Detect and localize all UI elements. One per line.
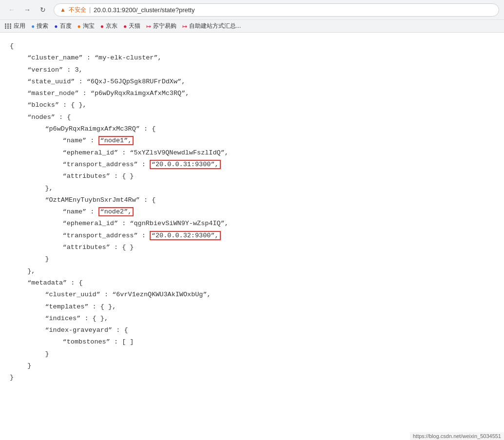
node1-id-line: “p6wDyRqxRaimgxAfxMc3RQ” : { <box>10 123 494 135</box>
index-graveyard-open: “index-graveyard” : { <box>10 325 494 336</box>
bookmark-taobao[interactable]: ● 淘宝 <box>78 22 95 30</box>
search-label: 搜索 <box>37 22 48 30</box>
baidu-icon: ● <box>54 23 58 30</box>
self-build-icon: ↦ <box>182 23 187 30</box>
master-node-value: p6wDyRqxRaimgxAfxMc3RQ <box>95 90 181 97</box>
node2-id-line: “OztAMEnyTuybnSxrJmt4Rw” : { <box>10 194 494 206</box>
self-build-label: 自助建站方式汇总... <box>189 22 241 30</box>
baidu-label: 百度 <box>60 22 72 30</box>
cluster-uuid-line: “cluster_uuid” : “6vrV1eznQKWU3AkIWOxbUg… <box>10 289 494 301</box>
node1-id-value: p6wDyRqxRaimgxAfxMc3RQ <box>49 125 136 133</box>
jd-label: 京东 <box>106 22 117 30</box>
node2-transport-highlight: “20.0.0.32:9300”, <box>150 231 221 240</box>
state-uuid-line: “state_uuid” : “6QxJ-5GJQpSgk8RUFrDdXw”, <box>10 76 494 88</box>
suning-icon: ↦ <box>146 23 151 30</box>
bookmark-jingdong[interactable]: ● 京东 <box>100 22 117 30</box>
node2-id-value: OztAMEnyTuybnSxrJmt4Rw <box>49 196 136 204</box>
node2-name-line: “name” : “node2”, <box>10 206 494 218</box>
node1-name-value: node1 <box>104 137 124 144</box>
cluster-uuid-value: 6vrV1eznQKWU3AkIWOxbUg <box>116 291 203 298</box>
node2-name-value: node2 <box>104 208 124 215</box>
back-button[interactable]: ← <box>5 3 19 17</box>
state-uuid-value: 6QxJ-5GJQpSgk8RUFrDdXw <box>91 78 177 85</box>
node1-ephemeral-value: 5xYZlsV9QNewdlwFszlIdQ <box>134 149 220 156</box>
node2-ephemeral-value: qgnRbievSiWN9Y-wZsp4IQ <box>134 220 220 227</box>
node1-name-line: “name” : “node1”, <box>10 135 494 147</box>
json-close-brace: } <box>10 372 494 383</box>
security-label: 不安全 <box>69 6 86 14</box>
node2-ephemeral-line: “ephemeral_id” : “qgnRbievSiWN9Y-wZsp4IQ… <box>10 218 494 230</box>
node2-attributes-line: “attributes” : { } <box>10 242 494 253</box>
forward-button[interactable]: → <box>20 3 34 17</box>
version-value: 3 <box>75 66 78 74</box>
tm-label: 天猫 <box>129 22 140 30</box>
node1-transport-line: “transport_address” : “20.0.0.31:9300”, <box>10 159 494 171</box>
bookmark-self-build[interactable]: ↦ 自助建站方式汇总... <box>182 22 241 30</box>
address-bar-container: ▲ 不安全 | <box>54 3 499 17</box>
browser-chrome: ← → ↻ ▲ 不安全 | 应用 ● 搜索 ● 百度 ● <box>0 0 504 33</box>
nodes-close: }, <box>10 266 494 277</box>
apps-grid-icon <box>5 23 12 29</box>
templates-line: “templates” : { }, <box>10 301 494 313</box>
metadata-open: “metadata” : { <box>10 277 494 289</box>
node2-transport-line: “transport_address” : “20.0.0.32:9300”, <box>10 230 494 242</box>
suning-label: 苏宁易购 <box>153 22 176 30</box>
blocks-line: “blocks” : { }, <box>10 99 494 111</box>
apps-label: 应用 <box>14 22 25 30</box>
index-graveyard-close: } <box>10 348 494 360</box>
taobao-label: 淘宝 <box>83 22 95 30</box>
taobao-icon: ● <box>78 23 81 30</box>
nodes-open: “nodes” : { <box>10 112 494 123</box>
bookmark-tianmao[interactable]: ● 天猫 <box>123 22 140 30</box>
node1-transport-highlight: “20.0.0.31:9300”, <box>150 160 221 169</box>
bookmarks-bar: 应用 ● 搜索 ● 百度 ● 淘宝 ● 京东 ● 天猫 ↦ 苏宁易购 ↦ 自助建… <box>0 19 504 32</box>
version-line: “version” : 3, <box>10 64 494 76</box>
node1-attributes-line: “attributes” : { } <box>10 171 494 182</box>
browser-toolbar: ← → ↻ ▲ 不安全 | <box>0 0 504 19</box>
refresh-button[interactable]: ↻ <box>36 3 50 17</box>
node2-name-highlight: “node2”, <box>98 207 134 216</box>
node1-transport-value: 20.0.0.31:9300 <box>155 161 211 168</box>
cluster-name-value: my-elk-cluster <box>98 54 154 61</box>
search-circle-icon: ● <box>31 23 35 30</box>
bookmark-apps[interactable]: 应用 <box>5 22 25 30</box>
url-separator: | <box>89 6 91 13</box>
json-open-brace: { <box>10 40 494 52</box>
security-icon: ▲ <box>60 6 66 13</box>
node1-ephemeral-line: “ephemeral_id” : “5xYZlsV9QNewdlwFszlIdQ… <box>10 147 494 159</box>
node2-close: } <box>10 253 494 265</box>
jd-icon: ● <box>100 23 104 30</box>
bookmark-search[interactable]: ● 搜索 <box>31 22 48 30</box>
address-input[interactable] <box>94 6 493 14</box>
node1-name-highlight: “node1”, <box>98 136 134 145</box>
tm-icon: ● <box>123 23 127 30</box>
json-viewer: { “cluster_name” : “my-elk-cluster”, “ve… <box>0 33 504 392</box>
node2-transport-value: 20.0.0.32:9300 <box>155 232 211 239</box>
node1-close: }, <box>10 183 494 194</box>
bookmark-baidu[interactable]: ● 百度 <box>54 22 71 30</box>
metadata-close: } <box>10 360 494 372</box>
indices-line: “indices” : { }, <box>10 313 494 325</box>
cluster-name-line: “cluster_name” : “my-elk-cluster”, <box>10 52 494 64</box>
tombstones-line: “tombstones” : [ ] <box>10 336 494 348</box>
bookmark-suning[interactable]: ↦ 苏宁易购 <box>146 22 176 30</box>
master-node-line: “master_node” : “p6wDyRqxRaimgxAfxMc3RQ”… <box>10 88 494 99</box>
nav-buttons: ← → ↻ <box>5 3 50 17</box>
